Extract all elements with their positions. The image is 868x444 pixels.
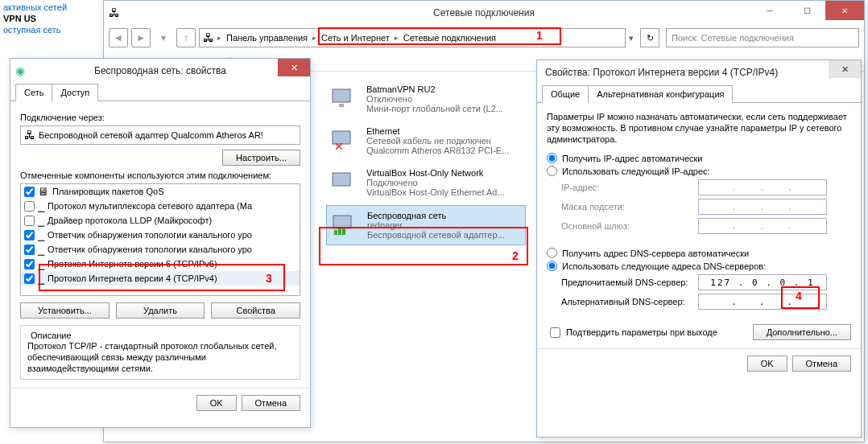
preferred-dns-label: Предпочитаемый DNS-сервер: — [561, 278, 698, 287]
cancel-button[interactable]: Отмена — [242, 395, 300, 411]
svg-text:✕: ✕ — [334, 140, 344, 152]
list-item[interactable]: ⎯Ответчик обнаружения топологии канально… — [21, 228, 300, 242]
gateway-label: Основной шлюз: — [561, 221, 698, 231]
radio-auto-dns[interactable]: Получить адрес DNS-сервера автоматически — [547, 248, 851, 258]
svg-rect-8 — [342, 227, 345, 235]
configure-button[interactable]: Настроить... — [222, 150, 300, 166]
description-text: Протокол TCP/IP - стандартный протокол г… — [27, 340, 293, 374]
component-checkbox[interactable] — [24, 216, 35, 226]
component-icon: ⎯ — [38, 257, 44, 270]
list-item-ipv4[interactable]: ⎯Протокол Интернета версии 4 (TCP/IPv4) — [21, 271, 300, 286]
tab-alternate[interactable]: Альтернативная конфигурация — [588, 85, 733, 103]
component-icon: ⎯ — [38, 272, 44, 285]
network-icon: 🖧 — [203, 31, 214, 44]
component-icon: ⎯ — [38, 199, 44, 212]
component-icon: ⎯ — [38, 214, 44, 227]
radio-manual-ip[interactable]: Использовать следующий IP-адрес: — [547, 166, 851, 176]
back-button[interactable]: ◄ — [109, 28, 128, 47]
ok-button[interactable]: OK — [747, 356, 787, 372]
component-checkbox[interactable] — [24, 259, 35, 269]
svg-rect-6 — [334, 230, 337, 235]
wifi-adapter-icon — [332, 211, 361, 236]
connection-item[interactable]: VirtualBox Host-Only NetworkПодключеноVi… — [326, 163, 526, 202]
list-item[interactable]: ⎯Протокол мультиплексора сетевого адапте… — [21, 199, 300, 213]
connections-list: BatmanVPN RU2ОтключеноМини-порт глобальн… — [321, 72, 531, 257]
list-item[interactable]: ⎯Протокол Интернета версии 6 (TCP/IPv6) — [21, 257, 300, 271]
list-item[interactable]: 🖥Планировщик пакетов QoS — [21, 184, 300, 199]
cancel-button[interactable]: Отмена — [792, 356, 851, 372]
explorer-title: Сетевые подключения — [433, 7, 535, 18]
adapter-properties-dialog: ◉ Беспроводная сеть: свойства ✕ Сеть Дос… — [10, 58, 311, 428]
tab-sharing[interactable]: Доступ — [52, 84, 98, 101]
network-adapter-icon — [331, 84, 360, 110]
radio-manual-dns[interactable]: Использовать следующие адреса DNS-сервер… — [547, 261, 851, 271]
chevron-right-icon: ▸ — [214, 34, 225, 42]
adapter-name-box: 🖧 Беспроводной сетевой адаптер Qualcomm … — [20, 125, 300, 145]
ipv4-properties-dialog: Свойства: Протокол Интернета версии 4 (T… — [536, 60, 862, 438]
adapter-name: Беспроводной сетевой адаптер Qualcomm At… — [39, 130, 263, 140]
connection-item[interactable]: ✕ EthernetСетевой кабель не подключенQua… — [326, 121, 526, 160]
close-button[interactable]: ✕ — [278, 59, 310, 76]
connection-item-selected[interactable]: Беспроводная сетьrednagerБеспроводной се… — [326, 205, 526, 245]
callout-number: 3 — [266, 272, 272, 285]
tab-network[interactable]: Сеть — [15, 84, 52, 101]
search-placeholder: Поиск: Сетевые подключения — [672, 33, 794, 43]
component-checkbox[interactable] — [24, 230, 35, 240]
subnet-mask-input: . . . — [698, 199, 827, 215]
svg-rect-0 — [333, 89, 350, 102]
subnet-mask-label: Маска подсети: — [561, 202, 698, 212]
component-checkbox[interactable] — [24, 273, 35, 284]
dialog-titlebar: Свойства: Протокол Интернета версии 4 (T… — [537, 60, 861, 84]
connection-item[interactable]: BatmanVPN RU2ОтключеноМини-порт глобальн… — [326, 80, 526, 118]
components-label: Отмеченные компоненты используются этим … — [20, 171, 300, 180]
search-input[interactable]: Поиск: Сетевые подключения — [666, 28, 859, 47]
validate-on-exit-checkbox[interactable]: Подтвердить параметры при выходе — [547, 325, 717, 340]
component-icon: ⎯ — [38, 243, 44, 256]
install-button[interactable]: Установить... — [20, 302, 110, 319]
background-text: активных сетей VPN US оступная сеть — [0, 0, 70, 37]
close-button[interactable]: ✕ — [829, 60, 861, 78]
chevron-right-icon: ▸ — [391, 34, 402, 42]
alternate-dns-input[interactable]: . . . — [698, 294, 827, 310]
refresh-button[interactable]: ↻ — [640, 28, 659, 47]
component-checkbox[interactable] — [24, 201, 35, 212]
svg-rect-5 — [333, 216, 351, 228]
minimize-button[interactable]: ─ — [751, 1, 788, 20]
components-listbox[interactable]: 🖥Планировщик пакетов QoS ⎯Протокол мульт… — [20, 183, 300, 296]
advanced-button[interactable]: Дополнительно... — [753, 324, 851, 340]
maximize-button[interactable]: ☐ — [788, 1, 825, 20]
list-item[interactable]: ⎯Драйвер протокола LLDP (Майкрософт) — [21, 213, 300, 228]
connect-via-label: Подключение через: — [20, 113, 300, 122]
ip-address-input: . . . — [698, 179, 827, 195]
tab-general[interactable]: Общие — [542, 85, 589, 103]
tabs: Общие Альтернативная конфигурация — [537, 84, 861, 103]
list-item[interactable]: ⎯Ответчик обнаружения топологии канально… — [21, 242, 300, 257]
dialog-titlebar: ◉ Беспроводная сеть: свойства ✕ — [10, 59, 310, 83]
network-icon: 🖧 — [109, 6, 122, 19]
component-checkbox[interactable] — [24, 245, 35, 255]
callout-number: 4 — [796, 290, 802, 302]
ok-button[interactable]: OK — [196, 395, 237, 411]
svg-rect-4 — [333, 173, 350, 186]
dropdown-icon[interactable]: ▾ — [629, 33, 634, 43]
gateway-input: . . . — [698, 218, 827, 234]
chevron-right-icon: ▸ — [309, 34, 320, 42]
tabs: Сеть Доступ — [10, 83, 310, 101]
svg-rect-1 — [339, 104, 344, 107]
component-props-button[interactable]: Свойства — [211, 302, 300, 319]
breadcrumb[interactable]: 🖧 ▸ Панель управления ▸ Сеть и Интернет … — [199, 28, 626, 47]
component-checkbox[interactable] — [24, 187, 35, 197]
preferred-dns-input[interactable]: 127 . 0 . 0 . 1 — [698, 274, 827, 290]
uninstall-button[interactable]: Удалить — [116, 302, 205, 319]
forward-button[interactable]: ► — [131, 28, 151, 47]
description-title: Описание — [27, 331, 75, 340]
network-adapter-icon — [331, 168, 360, 194]
close-button[interactable]: ✕ — [825, 1, 864, 20]
explorer-titlebar: 🖧 Сетевые подключения ─ ☐ ✕ — [104, 1, 864, 25]
radio-auto-ip[interactable]: Получить IP-адрес автоматически — [547, 153, 851, 163]
history-dropdown[interactable]: ▾ — [154, 28, 173, 47]
alternate-dns-label: Альтернативный DNS-сервер: — [561, 297, 698, 306]
ip-address-label: IP-адрес: — [561, 183, 698, 192]
wifi-icon: ◉ — [15, 64, 28, 77]
up-button[interactable]: ↑ — [176, 28, 196, 47]
